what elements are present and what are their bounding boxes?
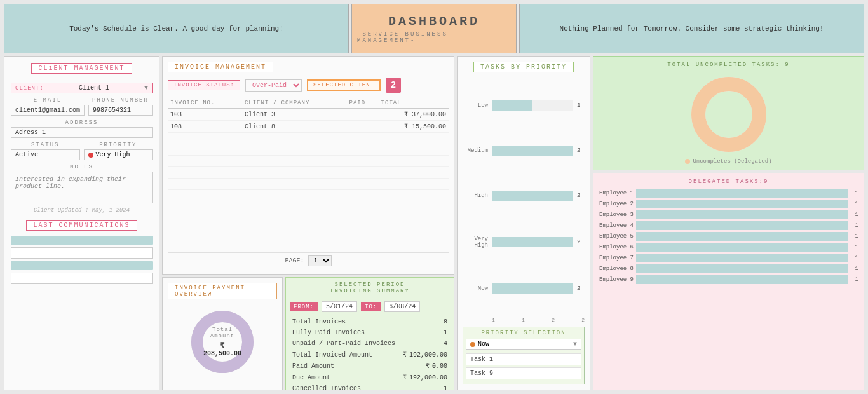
employee-name: Employee 1 <box>599 190 634 196</box>
client-value: Client 1 <box>46 85 142 92</box>
total-amount-label: Total Amount <box>203 327 241 339</box>
bar-fill <box>492 191 573 201</box>
employee-count: 1 <box>851 266 858 272</box>
address-label: ADDRESS <box>11 119 153 126</box>
address-input[interactable]: Adress 1 <box>11 127 153 138</box>
employee-bar <box>636 275 848 284</box>
bar-fill <box>492 237 573 247</box>
bar-label: Very High <box>463 236 488 248</box>
employee-name: Employee 4 <box>599 222 634 229</box>
to-label: TO: <box>361 302 381 311</box>
priority-sel-row[interactable]: Now ▼ <box>466 339 581 350</box>
client-management-panel: CLiENT MANAGEMENT CLiENT: Client 1 ▼ E-M… <box>4 56 159 390</box>
bar-fill <box>492 146 573 156</box>
employee-name: Employee 8 <box>599 266 634 272</box>
employee-row: Employee 7 1 <box>599 254 858 262</box>
invoice-status-select[interactable]: Over-Paid Paid Unpaid <box>245 79 302 92</box>
summary-row: Total Invoices 8 <box>291 317 449 327</box>
empty-table-row <box>168 190 449 201</box>
summary-row: Paid Amount ₹0.00 <box>291 361 449 371</box>
task-item[interactable]: Task 9 <box>466 367 581 379</box>
phone-input[interactable]: 9987654321 <box>88 105 153 116</box>
page-select[interactable]: 1 <box>308 255 332 266</box>
invoicing-summary-section: SELECTED PERIOD INVOICING SUMMARY FROM: … <box>285 277 454 390</box>
empty-table-row <box>168 144 449 156</box>
bar-track <box>492 283 573 294</box>
invoice-panel: INVOICE MANAGEMENT INVOICE STATUS: Over-… <box>162 56 454 390</box>
employee-row: Employee 9 1 <box>599 275 858 284</box>
employee-name: Employee 7 <box>599 255 634 261</box>
from-value[interactable]: 5/01/24 <box>322 301 357 312</box>
total-cell: ₹ 37,000.00 <box>379 109 449 121</box>
email-label: E-MAIL <box>11 97 85 104</box>
employee-name: Employee 5 <box>599 233 634 240</box>
from-label: FROM: <box>290 302 318 311</box>
app-container: Today's Schedule is Clear. A good day fo… <box>0 0 868 394</box>
comm-input-2[interactable] <box>11 273 153 284</box>
legend-label: Uncompletes (Delegated) <box>693 158 771 165</box>
invoice-management-section: INVOICE MANAGEMENT INVOICE STATUS: Over-… <box>162 56 454 275</box>
priority-sel-title: PRIORITY SELECTION <box>466 330 581 336</box>
comm-input-1[interactable] <box>11 247 153 259</box>
bar-label: Now <box>463 285 488 292</box>
total-tasks-title: TOTAL UNCOMPLETED TASKS: 9 <box>667 62 789 68</box>
employee-bar <box>636 264 848 273</box>
task-list: Task 1Task 9 <box>466 353 581 379</box>
status-label: STATUS <box>11 142 80 148</box>
bar-row: High 2 <box>463 191 585 201</box>
invoice-management-title: INVOICE MANAGEMENT <box>168 62 273 72</box>
comm-bar-1 <box>11 236 153 245</box>
employee-bar <box>636 189 848 198</box>
client-label: CLiENT: <box>15 85 44 92</box>
page-label: PAGE: <box>285 257 304 264</box>
invoice-col-no: INVOICE NO. <box>168 98 242 109</box>
notes-area[interactable]: Interested in expanding their product li… <box>11 172 153 203</box>
empty-table-row <box>168 133 449 144</box>
svg-point-3 <box>698 84 759 145</box>
page-row: PAGE: 1 <box>168 252 449 269</box>
bar-track <box>492 100 573 111</box>
employee-count: 1 <box>851 201 858 207</box>
employee-bar <box>636 221 848 230</box>
bar-num: 2 <box>577 239 585 245</box>
summary-value: 1 <box>400 328 449 337</box>
employee-bar <box>636 200 848 208</box>
to-value[interactable]: 6/08/24 <box>384 301 420 312</box>
last-comm-title: LAST COMMUNICATIONS <box>26 220 137 231</box>
header-left-message: Today's Schedule is Clear. A good day fo… <box>4 4 349 53</box>
priority-badge[interactable]: Very High <box>84 149 153 160</box>
notes-label: NOTES <box>11 164 153 170</box>
employee-count: 1 <box>851 244 858 250</box>
employee-bar <box>636 232 848 241</box>
employee-count: 1 <box>851 255 858 261</box>
summary-value: 1 <box>400 384 449 390</box>
task-item[interactable]: Task 1 <box>466 353 581 365</box>
bar-label: High <box>463 193 488 199</box>
legend-item: Uncompletes (Delegated) <box>685 158 771 165</box>
employee-count: 1 <box>851 190 858 196</box>
email-input[interactable]: client1@gmail.com <box>11 105 85 116</box>
header-center: DASHBOARD -SERVICE BUSINESS MANAGEMENT- <box>351 4 517 53</box>
employee-name: Employee 9 <box>599 276 634 283</box>
summary-row: Cancelled Invoices 1 <box>291 384 449 390</box>
empty-table-row <box>168 179 449 190</box>
phone-label: PHONE NUMBER <box>88 97 153 104</box>
selected-client-button[interactable]: SELECTED CLIENT <box>307 79 381 91</box>
empty-table-row <box>168 167 449 179</box>
client-cell: Client 3 <box>242 109 347 121</box>
tasks-priority-title: TASKS BY PRIORITY <box>473 62 574 72</box>
payment-overview-title: INVOICE PAYMENT OVERVIEW <box>168 283 277 299</box>
employee-bar <box>636 243 848 252</box>
bar-fill <box>492 100 532 111</box>
client-management-title: CLiENT MANAGEMENT <box>31 63 132 74</box>
bar-label: Medium <box>463 147 488 154</box>
status-input[interactable]: Active <box>11 149 80 160</box>
summary-table: Total Invoices 8 Fully Paid Invoices 1 U… <box>290 316 450 390</box>
bar-row: Now 2 <box>463 283 585 294</box>
client-selector-row[interactable]: CLiENT: Client 1 ▼ <box>11 83 153 93</box>
employee-row: Employee 8 1 <box>599 264 858 273</box>
summary-title: SELECTED PERIOD INVOICING SUMMARY <box>290 282 450 297</box>
dashboard-subtitle: -SERVICE BUSINESS MANAGEMENT- <box>357 31 511 44</box>
last-communications-section: LAST COMMUNICATIONS <box>11 220 153 287</box>
bar-track <box>492 237 573 247</box>
